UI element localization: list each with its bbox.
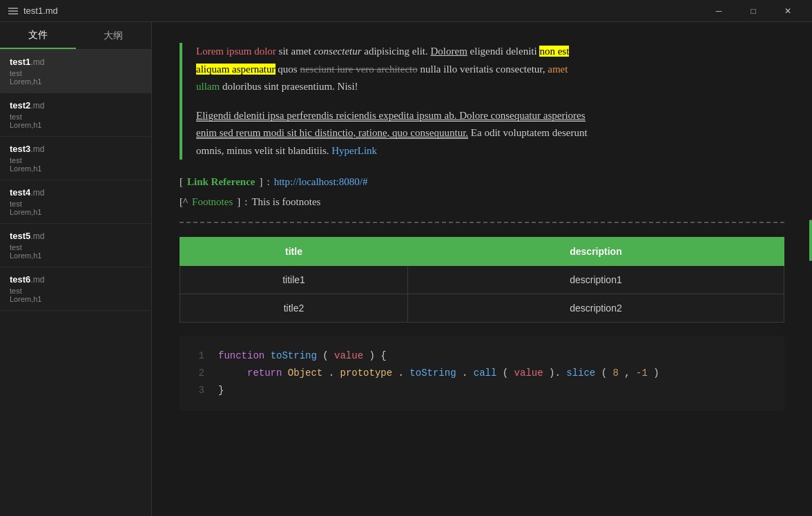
sidebar-item-name: test4 — [10, 187, 30, 198]
sidebar-item-ext: .md — [30, 101, 44, 111]
text-plain-4: quos — [278, 64, 300, 75]
sidebar-item-name: test3 — [10, 144, 30, 154]
sidebar-item-ext: .md — [30, 275, 44, 285]
table-row: title2 description2 — [180, 294, 784, 323]
ref-bracket-close: ] — [259, 176, 262, 188]
code-obj-object: Object — [288, 367, 322, 379]
sidebar: 文件 大纲 test1.md test Lorem,h1 test2.md te… — [0, 22, 152, 516]
code-content-2: return Object . prototype . toString . c… — [218, 365, 659, 382]
ref-colon: : — [267, 176, 269, 188]
reference-line: [ Link Reference ] : http://localhost:80… — [180, 176, 784, 188]
tab-outline[interactable]: 大纲 — [76, 22, 152, 49]
sidebar-item-ext: .md — [30, 188, 44, 198]
sidebar-item-sub1: test — [10, 156, 142, 164]
list-item[interactable]: test2.md test Lorem,h1 — [0, 93, 151, 137]
code-closing-brace: } — [218, 382, 224, 399]
text-lorem: Lorem ipsum dolor — [196, 46, 276, 57]
hyperlink[interactable]: HyperLink — [331, 145, 377, 156]
sidebar-item-title: test4.md — [10, 187, 142, 198]
sidebar-item-sub1: test — [10, 200, 142, 208]
titlebar-left: test1.md — [8, 6, 58, 16]
code-paren-close: ). — [549, 367, 561, 379]
text-amet: amet — [548, 64, 568, 75]
maximize-button[interactable]: □ — [737, 0, 769, 22]
list-item[interactable]: test4.md test Lorem,h1 — [0, 180, 151, 224]
sidebar-item-ext: .md — [30, 231, 44, 241]
code-line-2: 2 return Object . prototype . toString .… — [193, 365, 771, 382]
content-area: Lorem ipsum dolor sit amet consectetur a… — [152, 22, 812, 516]
sidebar-item-title: test5.md — [10, 231, 142, 241]
code-fn-tostring: toString — [271, 350, 317, 361]
sidebar-item-name: test2 — [10, 100, 30, 111]
list-item[interactable]: test3.md test Lorem,h1 — [0, 137, 151, 180]
text-consectetur: consectetur — [313, 46, 361, 57]
code-dot-3: . — [462, 367, 467, 379]
text-plain-3: eligendi deleniti — [470, 46, 540, 57]
code-num-neg1: -1 — [636, 367, 648, 379]
list-item[interactable]: test1.md test Lorem,h1 — [0, 50, 151, 93]
ref-bracket-open: [ — [180, 176, 183, 188]
minimize-button[interactable]: ─ — [703, 0, 735, 22]
paragraph-1: Lorem ipsum dolor sit amet consectetur a… — [196, 43, 784, 96]
sidebar-item-name: test5 — [10, 231, 30, 241]
code-content-1: function toString ( value ) { — [218, 347, 387, 365]
menu-icon — [8, 8, 18, 15]
sidebar-item-title: test2.md — [10, 100, 142, 111]
line-number-3: 3 — [193, 382, 204, 399]
table-cell-desc1: description1 — [407, 266, 784, 294]
footnote-colon: : — [244, 196, 247, 208]
code-keyword-return: return — [247, 367, 282, 379]
sidebar-item-title: test6.md — [10, 274, 142, 285]
sidebar-item-sub1: test — [10, 113, 142, 121]
ref-url[interactable]: http://localhost:8080/# — [274, 176, 368, 188]
code-block: 1 function toString ( value ) { 2 return… — [180, 336, 784, 411]
line-number-2: 2 — [193, 365, 204, 382]
paragraph-2: Eligendi deleniti ipsa perferendis reici… — [196, 107, 784, 160]
code-fn-tostring2: toString — [409, 367, 456, 379]
titlebar-title: test1.md — [23, 6, 58, 16]
table-cell-title2: title2 — [180, 294, 408, 323]
sidebar-item-ext: .md — [30, 57, 44, 67]
code-param-value: value — [334, 350, 363, 361]
sidebar-item-sub1: test — [10, 69, 142, 77]
code-punc-2: ) { — [369, 350, 386, 361]
sidebar-item-sub2: Lorem,h1 — [10, 77, 142, 86]
ref-name: Link Reference — [187, 176, 255, 188]
code-fn-call: call — [474, 367, 497, 379]
sidebar-item-sub2: Lorem,h1 — [10, 295, 142, 303]
tab-files[interactable]: 文件 — [0, 22, 76, 49]
markdown-table: title description titile1 description1 t… — [180, 237, 784, 323]
text-aliquam: aliquam aspernatur — [196, 64, 276, 75]
code-dot-1: . — [329, 367, 334, 379]
main-container: 文件 大纲 test1.md test Lorem,h1 test2.md te… — [0, 22, 812, 516]
close-button[interactable]: ✕ — [772, 0, 804, 22]
code-num-8: 8 — [612, 367, 618, 379]
code-indent — [218, 367, 242, 379]
text-ullam: ullam — [196, 81, 220, 92]
titlebar-controls: ─ □ ✕ — [703, 0, 804, 22]
footnote-text: This is footnotes — [251, 196, 320, 208]
scroll-indicator — [809, 220, 812, 261]
code-line-3: 3 } — [193, 382, 771, 399]
text-plain-6: doloribus sint praesentium. Nisi! — [222, 81, 358, 92]
text-plain-1: sit amet — [279, 46, 314, 57]
code-dot-2: . — [398, 367, 404, 379]
code-paren-3: ) — [653, 367, 659, 379]
code-comma: , — [624, 367, 636, 379]
text-non-est: non est — [539, 46, 569, 57]
dashed-divider — [180, 222, 784, 223]
code-param-value2: value — [514, 367, 543, 379]
sidebar-item-name: test6 — [10, 274, 30, 285]
footnote-bracket-close: ] — [237, 196, 240, 208]
sidebar-item-sub2: Lorem,h1 — [10, 121, 142, 129]
text-dolorem: Dolorem — [431, 46, 467, 57]
text-plain-5: nulla illo veritatis consectetur, — [420, 64, 548, 75]
table-header-title: title — [180, 238, 408, 266]
text-strike: nesciunt iure vero architecto — [300, 64, 417, 75]
list-item[interactable]: test5.md test Lorem,h1 — [0, 224, 151, 267]
list-item[interactable]: test6.md test Lorem,h1 — [0, 267, 151, 311]
sidebar-item-title: test1.md — [10, 57, 142, 67]
line-number-1: 1 — [193, 347, 204, 365]
sidebar-items: test1.md test Lorem,h1 test2.md test Lor… — [0, 50, 151, 516]
paragraph-block-1: Lorem ipsum dolor sit amet consectetur a… — [180, 43, 784, 160]
